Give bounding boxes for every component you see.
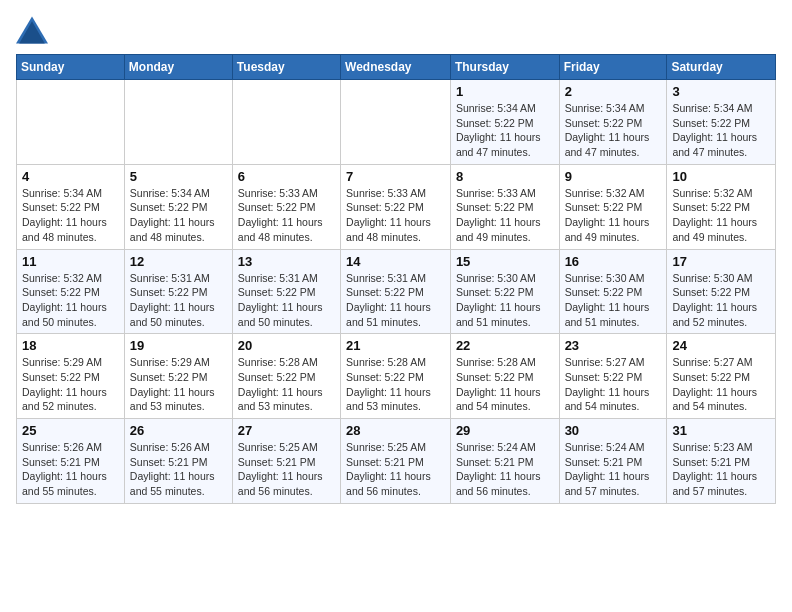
day-info: Sunrise: 5:25 AM Sunset: 5:21 PM Dayligh… — [238, 440, 335, 499]
calendar-cell: 11Sunrise: 5:32 AM Sunset: 5:22 PM Dayli… — [17, 249, 125, 334]
day-info: Sunrise: 5:31 AM Sunset: 5:22 PM Dayligh… — [130, 271, 227, 330]
calendar-cell: 30Sunrise: 5:24 AM Sunset: 5:21 PM Dayli… — [559, 419, 667, 504]
week-row-1: 1Sunrise: 5:34 AM Sunset: 5:22 PM Daylig… — [17, 80, 776, 165]
calendar-cell: 18Sunrise: 5:29 AM Sunset: 5:22 PM Dayli… — [17, 334, 125, 419]
day-number: 15 — [456, 254, 554, 269]
calendar-cell: 22Sunrise: 5:28 AM Sunset: 5:22 PM Dayli… — [450, 334, 559, 419]
calendar-cell: 26Sunrise: 5:26 AM Sunset: 5:21 PM Dayli… — [124, 419, 232, 504]
day-number: 7 — [346, 169, 445, 184]
header-day-saturday: Saturday — [667, 55, 776, 80]
calendar-cell: 17Sunrise: 5:30 AM Sunset: 5:22 PM Dayli… — [667, 249, 776, 334]
day-number: 23 — [565, 338, 662, 353]
day-number: 20 — [238, 338, 335, 353]
day-info: Sunrise: 5:34 AM Sunset: 5:22 PM Dayligh… — [672, 101, 770, 160]
header-day-sunday: Sunday — [17, 55, 125, 80]
day-info: Sunrise: 5:27 AM Sunset: 5:22 PM Dayligh… — [565, 355, 662, 414]
day-number: 11 — [22, 254, 119, 269]
day-number: 3 — [672, 84, 770, 99]
day-info: Sunrise: 5:24 AM Sunset: 5:21 PM Dayligh… — [565, 440, 662, 499]
calendar-cell: 21Sunrise: 5:28 AM Sunset: 5:22 PM Dayli… — [341, 334, 451, 419]
day-info: Sunrise: 5:29 AM Sunset: 5:22 PM Dayligh… — [22, 355, 119, 414]
day-info: Sunrise: 5:26 AM Sunset: 5:21 PM Dayligh… — [130, 440, 227, 499]
day-number: 14 — [346, 254, 445, 269]
calendar-cell: 5Sunrise: 5:34 AM Sunset: 5:22 PM Daylig… — [124, 164, 232, 249]
day-info: Sunrise: 5:25 AM Sunset: 5:21 PM Dayligh… — [346, 440, 445, 499]
calendar-cell: 20Sunrise: 5:28 AM Sunset: 5:22 PM Dayli… — [232, 334, 340, 419]
calendar-cell: 16Sunrise: 5:30 AM Sunset: 5:22 PM Dayli… — [559, 249, 667, 334]
day-info: Sunrise: 5:28 AM Sunset: 5:22 PM Dayligh… — [238, 355, 335, 414]
day-info: Sunrise: 5:24 AM Sunset: 5:21 PM Dayligh… — [456, 440, 554, 499]
day-info: Sunrise: 5:28 AM Sunset: 5:22 PM Dayligh… — [456, 355, 554, 414]
calendar-cell: 28Sunrise: 5:25 AM Sunset: 5:21 PM Dayli… — [341, 419, 451, 504]
calendar-cell: 19Sunrise: 5:29 AM Sunset: 5:22 PM Dayli… — [124, 334, 232, 419]
day-number: 16 — [565, 254, 662, 269]
day-number: 10 — [672, 169, 770, 184]
calendar-cell: 2Sunrise: 5:34 AM Sunset: 5:22 PM Daylig… — [559, 80, 667, 165]
header-day-wednesday: Wednesday — [341, 55, 451, 80]
day-number: 13 — [238, 254, 335, 269]
day-info: Sunrise: 5:34 AM Sunset: 5:22 PM Dayligh… — [456, 101, 554, 160]
day-number: 24 — [672, 338, 770, 353]
calendar-cell: 31Sunrise: 5:23 AM Sunset: 5:21 PM Dayli… — [667, 419, 776, 504]
day-number: 25 — [22, 423, 119, 438]
day-number: 29 — [456, 423, 554, 438]
calendar-cell: 3Sunrise: 5:34 AM Sunset: 5:22 PM Daylig… — [667, 80, 776, 165]
day-number: 28 — [346, 423, 445, 438]
day-number: 12 — [130, 254, 227, 269]
header-day-friday: Friday — [559, 55, 667, 80]
day-number: 6 — [238, 169, 335, 184]
day-info: Sunrise: 5:34 AM Sunset: 5:22 PM Dayligh… — [565, 101, 662, 160]
calendar-cell: 8Sunrise: 5:33 AM Sunset: 5:22 PM Daylig… — [450, 164, 559, 249]
header-row: SundayMondayTuesdayWednesdayThursdayFrid… — [17, 55, 776, 80]
week-row-2: 4Sunrise: 5:34 AM Sunset: 5:22 PM Daylig… — [17, 164, 776, 249]
week-row-3: 11Sunrise: 5:32 AM Sunset: 5:22 PM Dayli… — [17, 249, 776, 334]
day-number: 21 — [346, 338, 445, 353]
day-number: 26 — [130, 423, 227, 438]
day-info: Sunrise: 5:32 AM Sunset: 5:22 PM Dayligh… — [672, 186, 770, 245]
day-info: Sunrise: 5:34 AM Sunset: 5:22 PM Dayligh… — [22, 186, 119, 245]
day-number: 1 — [456, 84, 554, 99]
day-number: 31 — [672, 423, 770, 438]
calendar-cell — [17, 80, 125, 165]
calendar-cell: 4Sunrise: 5:34 AM Sunset: 5:22 PM Daylig… — [17, 164, 125, 249]
day-info: Sunrise: 5:30 AM Sunset: 5:22 PM Dayligh… — [672, 271, 770, 330]
calendar-cell: 9Sunrise: 5:32 AM Sunset: 5:22 PM Daylig… — [559, 164, 667, 249]
calendar-cell: 6Sunrise: 5:33 AM Sunset: 5:22 PM Daylig… — [232, 164, 340, 249]
day-number: 17 — [672, 254, 770, 269]
calendar-cell: 29Sunrise: 5:24 AM Sunset: 5:21 PM Dayli… — [450, 419, 559, 504]
day-info: Sunrise: 5:33 AM Sunset: 5:22 PM Dayligh… — [346, 186, 445, 245]
calendar-cell: 15Sunrise: 5:30 AM Sunset: 5:22 PM Dayli… — [450, 249, 559, 334]
calendar-cell: 7Sunrise: 5:33 AM Sunset: 5:22 PM Daylig… — [341, 164, 451, 249]
calendar-cell: 25Sunrise: 5:26 AM Sunset: 5:21 PM Dayli… — [17, 419, 125, 504]
calendar-cell: 1Sunrise: 5:34 AM Sunset: 5:22 PM Daylig… — [450, 80, 559, 165]
day-number: 30 — [565, 423, 662, 438]
calendar-cell — [124, 80, 232, 165]
calendar-cell: 23Sunrise: 5:27 AM Sunset: 5:22 PM Dayli… — [559, 334, 667, 419]
day-number: 4 — [22, 169, 119, 184]
day-number: 5 — [130, 169, 227, 184]
day-info: Sunrise: 5:30 AM Sunset: 5:22 PM Dayligh… — [456, 271, 554, 330]
page-header — [16, 16, 776, 44]
day-info: Sunrise: 5:32 AM Sunset: 5:22 PM Dayligh… — [565, 186, 662, 245]
day-info: Sunrise: 5:33 AM Sunset: 5:22 PM Dayligh… — [238, 186, 335, 245]
week-row-5: 25Sunrise: 5:26 AM Sunset: 5:21 PM Dayli… — [17, 419, 776, 504]
day-number: 8 — [456, 169, 554, 184]
calendar-cell: 12Sunrise: 5:31 AM Sunset: 5:22 PM Dayli… — [124, 249, 232, 334]
calendar-cell: 14Sunrise: 5:31 AM Sunset: 5:22 PM Dayli… — [341, 249, 451, 334]
logo-icon — [16, 16, 48, 44]
calendar-cell: 10Sunrise: 5:32 AM Sunset: 5:22 PM Dayli… — [667, 164, 776, 249]
day-info: Sunrise: 5:23 AM Sunset: 5:21 PM Dayligh… — [672, 440, 770, 499]
day-number: 2 — [565, 84, 662, 99]
day-info: Sunrise: 5:31 AM Sunset: 5:22 PM Dayligh… — [346, 271, 445, 330]
logo — [16, 16, 50, 44]
day-number: 27 — [238, 423, 335, 438]
calendar-table: SundayMondayTuesdayWednesdayThursdayFrid… — [16, 54, 776, 504]
day-number: 19 — [130, 338, 227, 353]
day-info: Sunrise: 5:27 AM Sunset: 5:22 PM Dayligh… — [672, 355, 770, 414]
calendar-cell — [232, 80, 340, 165]
calendar-cell: 13Sunrise: 5:31 AM Sunset: 5:22 PM Dayli… — [232, 249, 340, 334]
day-info: Sunrise: 5:29 AM Sunset: 5:22 PM Dayligh… — [130, 355, 227, 414]
week-row-4: 18Sunrise: 5:29 AM Sunset: 5:22 PM Dayli… — [17, 334, 776, 419]
calendar-body: 1Sunrise: 5:34 AM Sunset: 5:22 PM Daylig… — [17, 80, 776, 504]
day-info: Sunrise: 5:30 AM Sunset: 5:22 PM Dayligh… — [565, 271, 662, 330]
